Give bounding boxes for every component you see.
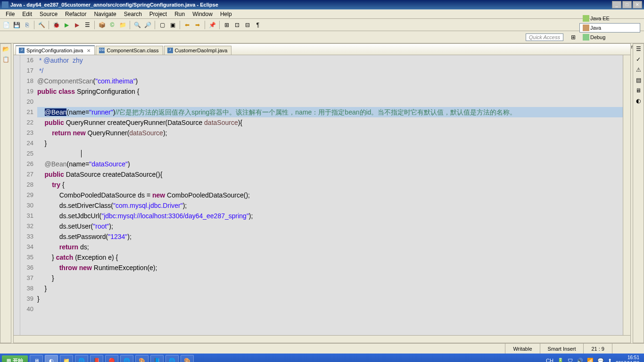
menu-run[interactable]: Run [171,10,189,18]
forward-icon[interactable]: ➡ [193,21,202,29]
coverage-icon[interactable]: ☰ [83,21,91,29]
task-app1-icon[interactable]: 🌐 [75,355,88,362]
perspective-debug[interactable]: Debug [579,33,640,42]
problems-icon[interactable]: ⚠ [635,66,642,74]
marker-bar [14,55,20,335]
back-icon[interactable]: ⬅ [183,21,191,29]
tray-icon-3[interactable]: 🔊 [577,358,583,362]
task-app2-icon[interactable]: 📕 [90,355,103,362]
package-explorer-icon[interactable]: 📂 [2,46,9,53]
quick-access-input[interactable]: Quick Access [526,33,563,41]
minimize-button[interactable]: _ [612,1,621,8]
navigator-icon[interactable]: 📋 [2,56,9,64]
perspective-java[interactable]: Java [579,23,640,33]
horizontal-scrollbar[interactable] [14,335,630,343]
windows-flag-icon: ⊞ [7,358,11,362]
menu-search[interactable]: Search [120,10,146,18]
tray-icon-5[interactable]: 💬 [597,358,604,362]
tray-icon-6[interactable]: ⬆ [608,358,612,362]
mark-icon[interactable]: ▢ [158,21,166,29]
left-trim: 📂 📋 [0,43,11,343]
new-icon[interactable]: 📄 [2,21,10,29]
clock[interactable]: 16:51 2017/11/23 [616,355,639,362]
new-class-icon[interactable]: © [108,21,116,29]
save-icon[interactable]: 💾 [12,21,21,29]
close-button[interactable]: ✕ [633,1,642,8]
task-photos-icon[interactable]: 🎨 [135,355,149,362]
tray-icon-2[interactable]: 🛡 [568,358,573,362]
open-perspective-icon[interactable]: ⊞ [569,33,578,41]
tab-customerdaoimpl-java[interactable]: JCustomerDaoImpl.java [164,46,232,55]
task-word-icon[interactable]: 📘 [150,355,164,362]
run-ext-icon[interactable]: ▶ [73,21,81,29]
statusbar: Writable Smart Insert 21 : 9 [0,343,644,354]
menu-refactor[interactable]: Refactor [61,10,90,18]
new-package-icon[interactable]: 📦 [98,21,106,29]
menu-project[interactable]: Project [146,10,171,18]
servers-icon[interactable]: 🖥 [635,87,642,95]
toggle-breadcrumb-icon[interactable]: ⊞ [223,21,231,29]
menu-source[interactable]: Source [36,10,61,18]
perspective-java-ee[interactable]: Java EE [579,14,640,23]
task-eclipse-icon[interactable]: ◐ [45,355,58,362]
progress-icon[interactable]: ◐ [635,98,642,105]
toggle-block-icon[interactable]: ⊟ [243,21,252,29]
tab-springconfiguration-java[interactable]: JSpringConfiguration.java✕ [16,45,95,55]
menu-window[interactable]: Window [189,10,216,18]
windows-taskbar: ⊞ 开始 🖥 ◐ 📁 🌐 📕 🔴 🌐 🎨 📘 🌐 🎨 CH 🔋 🛡 🔊 📶 💬 … [0,354,644,362]
menu-help[interactable]: Help [216,10,236,18]
titlebar: Java - day64_ee287_05customer_anno/src/c… [0,0,644,9]
new-folder-icon[interactable]: 📁 [118,21,127,29]
maximize-button[interactable]: □ [622,1,632,8]
run-icon[interactable]: ▶ [62,21,71,29]
window-title: Java - day64_ee287_05customer_anno/src/c… [10,2,612,8]
line-gutter: 1617181920212223242526272829303132333435… [20,55,35,335]
toggle-mark-icon[interactable]: ⊡ [233,21,241,29]
menubar: FileEditSourceRefactorNavigateSearchProj… [0,9,644,19]
save-all-icon[interactable]: ⎘ [23,21,31,29]
outline-icon[interactable]: ☰ [635,46,642,53]
build-icon[interactable]: 🔨 [37,21,46,29]
code-area[interactable]: * @author zhy */@ComponentScan("com.ithe… [35,55,623,335]
console-icon[interactable]: ▤ [635,77,642,84]
tab-close-icon[interactable]: ✕ [87,48,91,53]
status-insert: Smart Insert [540,344,584,354]
menu-navigate[interactable]: Navigate [90,10,120,18]
task-paint-icon[interactable]: 🎨 [181,355,194,362]
main-toolbar: 📄 💾 ⎘ 🔨 🐞 ▶ ▶ ☰ 📦 © 📁 🔍 🔎 ▢ ▣ ⬅ ➡ 📌 ⊞ ⊡ … [0,19,644,31]
menu-edit[interactable]: Edit [18,10,36,18]
right-trim: ☰ ✓ ⚠ ▤ 🖥 ◐ [633,43,644,343]
task-chrome-icon[interactable]: 🌐 [120,355,133,362]
editor-area: JSpringConfiguration.java✕010ComponentSc… [13,43,631,343]
status-writable: Writable [505,344,539,354]
status-position: 21 : 9 [583,344,612,354]
debug-icon[interactable]: 🐞 [52,21,60,29]
task-icon[interactable]: ▣ [168,21,177,29]
editor-tabbar: JSpringConfiguration.java✕010ComponentSc… [14,44,630,55]
editor[interactable]: 1617181920212223242526272829303132333435… [14,55,630,335]
task-desktop-icon[interactable]: 🖥 [30,355,43,362]
eclipse-icon [2,1,8,8]
show-whitespace-icon[interactable]: ¶ [254,21,262,29]
ime-indicator[interactable]: CH [546,358,553,362]
pin-icon[interactable]: 📌 [208,21,216,29]
tray-icon-1[interactable]: 🔋 [557,358,564,362]
tray-icon-4[interactable]: 📶 [587,358,594,362]
perspective-bar: Quick Access ⊞ Java EEJavaDebugTeam Sync… [0,31,644,43]
task-app3-icon[interactable]: 🔴 [105,355,118,362]
tab-componentscan-class[interactable]: 010ComponentScan.class [96,46,163,55]
open-type-icon[interactable]: 🔍 [133,21,141,29]
task-explorer-icon[interactable]: 📁 [60,355,73,362]
menu-file[interactable]: File [2,10,18,18]
workarea: 📂 📋 JSpringConfiguration.java✕010Compone… [0,43,644,343]
search-icon[interactable]: 🔎 [143,21,152,29]
vertical-scrollbar[interactable] [623,55,630,335]
task-list-icon[interactable]: ✓ [635,56,642,64]
start-button[interactable]: ⊞ 开始 [2,355,28,362]
task-chrome2-icon[interactable]: 🌐 [165,355,179,362]
system-tray: CH 🔋 🛡 🔊 📶 💬 ⬆ 16:51 2017/11/23 [543,355,642,362]
